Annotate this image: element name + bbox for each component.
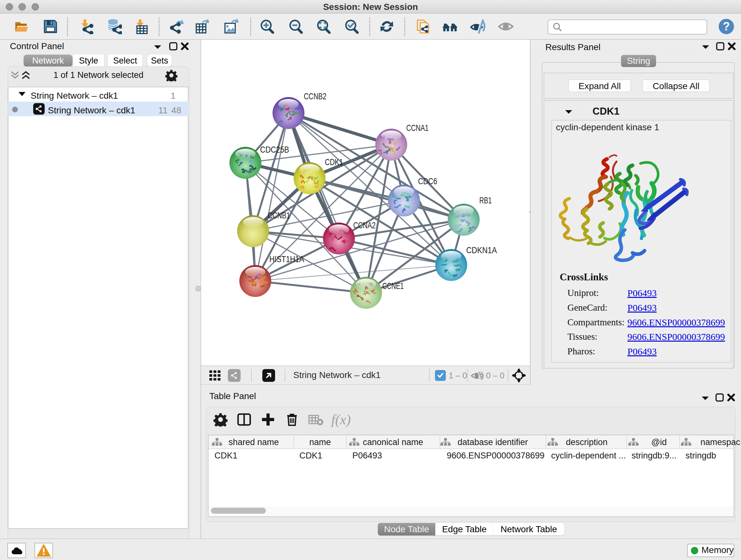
svg-text:CCNB2: CCNB2 bbox=[304, 91, 327, 101]
svg-text:CDK1: CDK1 bbox=[325, 157, 343, 167]
svg-text:CDKN1A: CDKN1A bbox=[466, 245, 497, 255]
svg-text:HIST1H1A: HIST1H1A bbox=[269, 254, 304, 264]
svg-text:CCNB1: CCNB1 bbox=[268, 210, 290, 220]
svg-text:CDC25B: CDC25B bbox=[260, 145, 289, 154]
svg-text:CCNE1: CCNE1 bbox=[382, 281, 404, 291]
svg-text:CDC6: CDC6 bbox=[418, 176, 437, 186]
svg-text:RB1: RB1 bbox=[479, 195, 492, 205]
svg-text:CCNA1: CCNA1 bbox=[406, 123, 428, 133]
svg-text:CCNA2: CCNA2 bbox=[353, 220, 376, 230]
